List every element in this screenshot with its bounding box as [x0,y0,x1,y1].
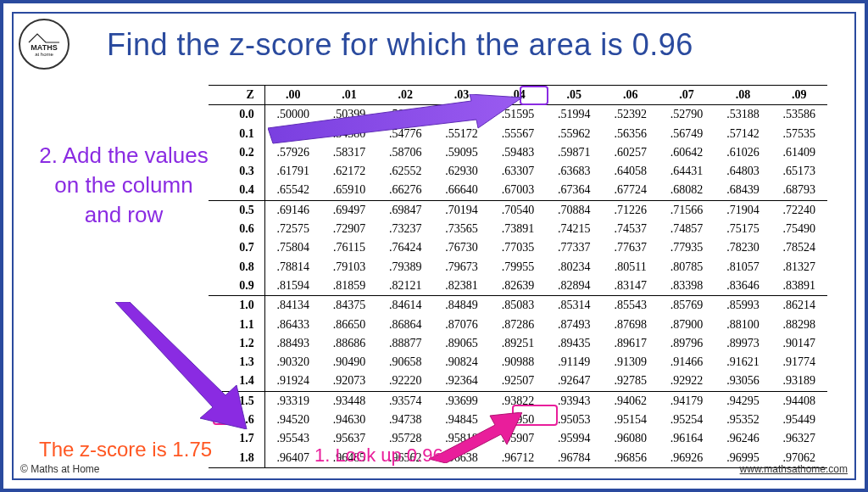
table-cell: .79955 [490,258,546,277]
table-cell: .50000 [264,105,320,125]
table-cell: .55962 [546,125,602,143]
table-cell: .63307 [490,162,546,181]
table-cell: .91466 [659,353,715,372]
table-cell: .96164 [659,429,715,448]
table-cell: .92220 [377,372,433,391]
table-cell: .79103 [321,258,377,277]
table-cell: .64058 [603,162,659,181]
table-cell: .89435 [546,334,602,353]
row-header: 0.9 [209,277,264,296]
table-cell: .66640 [433,181,489,200]
table-cell: .66276 [377,181,433,200]
table-header: .01 [321,86,377,105]
table-cell: .91924 [264,372,320,391]
table-cell: .85083 [490,296,546,316]
table-cell: .86214 [771,296,827,316]
outer-border: MATHS at home Find the z-score for which… [0,0,868,492]
table-cell: .52392 [603,105,659,125]
table-cell: .65910 [321,181,377,200]
table-cell: .78524 [771,238,827,257]
table-row: 0.2.57926.58317.58706.59095.59483.59871.… [209,143,827,162]
table-cell: .62172 [321,162,377,181]
table-cell: .84614 [377,296,433,316]
table-row: 1.7.95543.95637.95728.95818.95907.95994.… [209,429,827,448]
row-header: 1.2 [209,334,264,353]
table-cell: .77637 [603,238,659,257]
table-cell: .65173 [771,162,827,181]
table-cell: .56356 [603,125,659,143]
table-cell: .77935 [659,238,715,257]
table-row: 0.8.78814.79103.79389.79673.79955.80234.… [209,258,827,277]
table-cell: .51197 [433,105,489,125]
table-cell: .82894 [546,277,602,296]
table-row: 0.5.69146.69497.69847.70194.70540.70884.… [209,200,827,220]
table-cell: .95543 [264,429,320,448]
table-cell: .95449 [771,411,827,429]
table-cell: .86650 [321,316,377,334]
table-cell: .86433 [264,316,320,334]
table-cell: .90147 [771,334,827,353]
table-cell: .82639 [490,277,546,296]
row-header: 0.4 [209,181,264,200]
table-cell: .90658 [377,353,433,372]
table-cell: .76730 [433,238,489,257]
table-cell: .75804 [264,238,320,257]
table-cell: .75490 [771,220,827,238]
table-cell: .89973 [715,334,771,353]
table-cell: .91774 [771,353,827,372]
table-cell: .81859 [321,277,377,296]
table-cell: .88877 [377,334,433,353]
table-cell: .58317 [321,143,377,162]
table-cell: .71904 [715,200,771,220]
table-cell: .57535 [771,125,827,143]
table-cell: .75175 [715,220,771,238]
table-cell: .94408 [771,391,827,411]
table-cell: .93189 [771,372,827,391]
table-cell: .93448 [321,391,377,411]
table-cell: .72240 [771,200,827,220]
table-cell: .60257 [603,143,659,162]
table-cell: .78230 [715,238,771,257]
table-cell: .71226 [603,200,659,220]
table-row: 0.1.53983.54380.54776.55172.55567.55962.… [209,125,827,143]
table-cell: .79673 [433,258,489,277]
table-cell: .74215 [546,220,602,238]
table-cell: .53188 [715,105,771,125]
table-cell: .53586 [771,105,827,125]
table-cell: .87698 [603,316,659,334]
table-cell: .87286 [490,316,546,334]
table-cell: .94062 [603,391,659,411]
table-cell: .68793 [771,181,827,200]
table-cell: .83147 [603,277,659,296]
table-cell: .96712 [490,449,546,468]
table-cell: .59095 [433,143,489,162]
table-cell: .89251 [490,334,546,353]
table-cell: .54776 [377,125,433,143]
table-cell: .74857 [659,220,715,238]
table-cell: .71566 [659,200,715,220]
table-cell: .94295 [715,391,771,411]
row-header: 1.4 [209,372,264,391]
table-cell: .77337 [546,238,602,257]
table-cell: .52790 [659,105,715,125]
table-cell: .95254 [659,411,715,429]
table-cell: .79389 [377,258,433,277]
table-cell: .87900 [659,316,715,334]
table-cell: .73237 [377,220,433,238]
table-cell: .64803 [715,162,771,181]
table-cell: .70884 [546,200,602,220]
table-cell: .87493 [546,316,602,334]
row-header: 0.3 [209,162,264,181]
table-header: .09 [771,86,827,105]
page-title: Find the z-score for which the area is 0… [107,27,829,63]
table-header: .04 [490,86,546,105]
table-cell: .80234 [546,258,602,277]
table-cell: .69847 [377,200,433,220]
table-row: 1.4.91924.92073.92220.92364.92507.92647.… [209,372,827,391]
logo-subtext: at home [35,52,53,57]
table-cell: .76115 [321,238,377,257]
row-header: 1.6 [209,411,264,429]
table-cell: .61409 [771,143,827,162]
table-cell: .68439 [715,181,771,200]
table-cell: .90824 [433,353,489,372]
